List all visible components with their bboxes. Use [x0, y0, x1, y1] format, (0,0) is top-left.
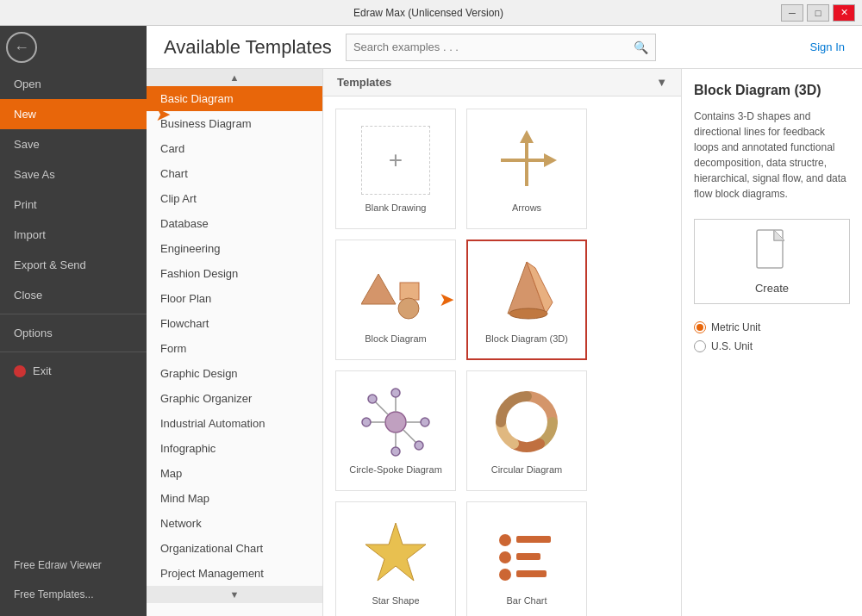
category-panel: ▲ Basic Diagram Business Diagram Card Ch…	[147, 69, 323, 616]
sidebar-item-exit[interactable]: Exit	[0, 356, 147, 386]
template-star[interactable]: Star Shape	[335, 501, 456, 616]
category-item-engineering[interactable]: Engineering	[147, 236, 322, 261]
category-item-clip-art[interactable]: Clip Art	[147, 186, 322, 211]
blank-drawing-thumb: +	[357, 121, 434, 199]
category-item-card[interactable]: Card	[147, 136, 322, 161]
star-svg	[361, 519, 430, 588]
doc-icon	[755, 228, 790, 277]
sidebar-item-import[interactable]: Import	[0, 220, 147, 250]
sidebar-label-import: Import	[14, 228, 46, 241]
circular-thumb	[488, 383, 565, 461]
category-item-mind-map[interactable]: Mind Map	[147, 486, 322, 511]
sidebar-item-new[interactable]: New ➤	[0, 99, 147, 129]
svg-point-10	[385, 412, 406, 432]
back-icon: ←	[6, 32, 37, 63]
sidebar-item-close[interactable]: Close	[0, 280, 147, 310]
svg-point-25	[499, 534, 511, 546]
unit-us-option[interactable]: U.S. Unit	[694, 340, 850, 352]
svg-marker-24	[365, 523, 426, 581]
svg-point-22	[415, 441, 423, 450]
right-panel: Block Diagram (3D) Contains 3-D shapes a…	[681, 69, 862, 616]
category-item-project-management[interactable]: Project Management	[147, 561, 322, 586]
unit-metric-option[interactable]: Metric Unit	[694, 321, 850, 333]
template-block-label: Block Diagram	[361, 330, 430, 347]
sidebar: ← Open New ➤ Save Save As Print Import	[0, 26, 147, 616]
svg-point-27	[499, 551, 511, 563]
template-circle-spoke[interactable]: Circle-Spoke Diagram	[335, 370, 456, 491]
block-3d-svg	[492, 255, 561, 328]
sidebar-nav: Open New ➤ Save Save As Print Import Exp…	[0, 69, 147, 551]
svg-rect-30	[516, 570, 547, 577]
svg-point-14	[391, 447, 400, 456]
category-item-infographic[interactable]: Infographic	[147, 436, 322, 461]
sidebar-item-save[interactable]: Save	[0, 129, 147, 159]
category-item-network[interactable]: Network	[147, 511, 322, 536]
category-item-basic-diagram[interactable]: Basic Diagram	[147, 86, 322, 111]
us-radio[interactable]	[694, 340, 706, 352]
content-area: Available Templates 🔍 Sign In ▲ Basic Di…	[147, 26, 862, 616]
block-diagram-thumb	[357, 252, 434, 330]
metric-radio[interactable]	[694, 321, 706, 333]
sidebar-item-saveas[interactable]: Save As	[0, 159, 147, 190]
templates-scroll-right[interactable]: ▼	[656, 76, 667, 89]
template-circular-label: Circular Diagram	[488, 461, 566, 478]
category-item-database[interactable]: Database	[147, 211, 322, 236]
circle-spoke-thumb	[357, 383, 434, 461]
window-controls: ─ □ ✕	[781, 4, 855, 22]
category-item-map[interactable]: Map	[147, 461, 322, 486]
sidebar-item-open[interactable]: Open	[0, 69, 147, 99]
active-arrow-icon: ➤	[155, 103, 171, 126]
sidebar-back-button[interactable]: ←	[0, 26, 43, 69]
bars-svg	[492, 519, 561, 588]
category-item-chart[interactable]: Chart	[147, 161, 322, 186]
category-item-graphic-organizer[interactable]: Graphic Organizer	[147, 386, 322, 411]
create-button[interactable]: Create	[694, 219, 850, 304]
svg-rect-5	[400, 283, 419, 300]
sidebar-item-free-viewer[interactable]: Free Edraw Viewer	[0, 551, 147, 580]
close-button[interactable]: ✕	[833, 4, 855, 22]
search-input[interactable]	[353, 40, 634, 53]
sidebar-label-print: Print	[14, 198, 37, 211]
template-circular[interactable]: Circular Diagram	[466, 370, 587, 491]
app-title: Edraw Max (Unlicensed Version)	[76, 7, 781, 19]
sidebar-item-export[interactable]: Export & Send	[0, 250, 147, 280]
templates-header: Templates ▼	[323, 69, 681, 96]
svg-marker-3	[544, 153, 557, 167]
sidebar-divider2	[0, 352, 147, 352]
sidebar-item-print[interactable]: Print	[0, 190, 147, 220]
template-block3d-label: Block Diagram (3D)	[482, 330, 572, 347]
category-item-fashion-design[interactable]: Fashion Design	[147, 261, 322, 286]
circular-svg	[492, 388, 561, 457]
category-item-flowchart[interactable]: Flowchart	[147, 311, 322, 336]
template-arrows-label: Arrows	[509, 199, 545, 216]
category-scroll-up[interactable]: ▲	[147, 69, 322, 86]
search-box: 🔍	[346, 34, 656, 61]
template-block-diagram[interactable]: Block Diagram	[335, 240, 456, 360]
template-bars-label: Bar Chart	[503, 592, 550, 609]
template-circlespoke-label: Circle-Spoke Diagram	[346, 461, 446, 478]
sidebar-label-open: Open	[14, 78, 41, 90]
category-item-graphic-design[interactable]: Graphic Design	[147, 361, 322, 386]
template-blank-drawing[interactable]: + Blank Drawing	[335, 109, 456, 229]
restore-button[interactable]: □	[807, 4, 829, 22]
category-scroll-down[interactable]: ▼	[147, 586, 322, 603]
app-body: ← Open New ➤ Save Save As Print Import	[0, 26, 862, 616]
svg-point-6	[398, 298, 419, 319]
template-bars[interactable]: Bar Chart	[466, 501, 587, 616]
sidebar-item-options[interactable]: Options	[0, 318, 147, 348]
us-label: U.S. Unit	[711, 340, 753, 352]
sidebar-item-free-templates[interactable]: Free Templates...	[0, 580, 147, 609]
template-arrows[interactable]: Arrows	[466, 109, 587, 229]
category-item-org-chart[interactable]: Organizational Chart	[147, 536, 322, 561]
category-item-industrial-automation[interactable]: Industrial Automation	[147, 411, 322, 436]
svg-line-21	[403, 430, 416, 443]
svg-marker-1	[520, 130, 534, 143]
template-block-diagram-3d[interactable]: ➤ Block Diagr	[466, 240, 587, 360]
minimize-button[interactable]: ─	[781, 4, 803, 22]
category-item-floor-plan[interactable]: Floor Plan	[147, 286, 322, 311]
category-item-form[interactable]: Form	[147, 336, 322, 361]
title-bar: Edraw Max (Unlicensed Version) ─ □ ✕	[0, 0, 862, 26]
category-item-business-diagram[interactable]: Business Diagram	[147, 111, 322, 136]
sign-in-link[interactable]: Sign In	[810, 40, 845, 53]
svg-rect-26	[516, 536, 551, 543]
